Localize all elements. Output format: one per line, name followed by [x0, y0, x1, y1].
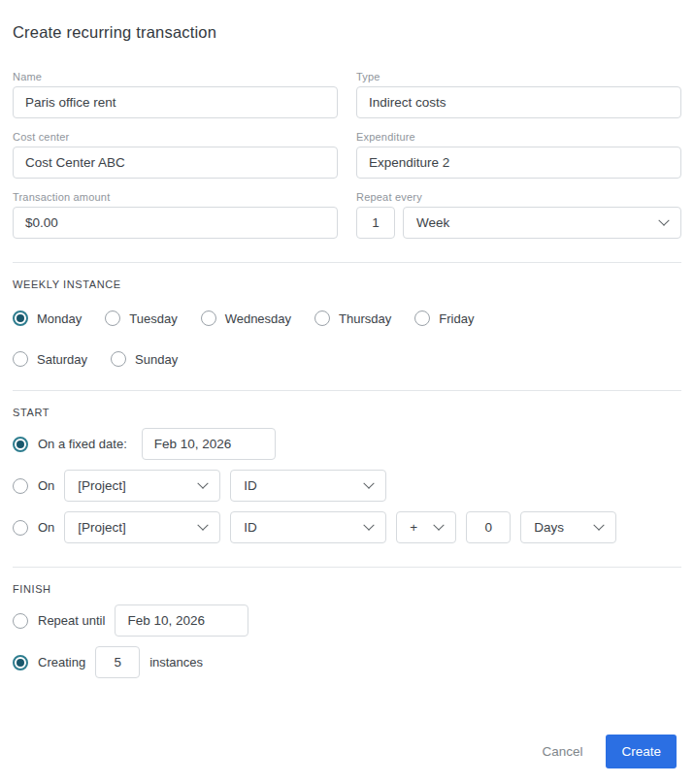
radio-monday[interactable]: [13, 310, 28, 326]
weekly-instance-heading: WEEKLY INSTANCE: [13, 278, 681, 290]
field-select-value: ID: [244, 520, 257, 535]
name-label: Name: [13, 71, 338, 82]
fixed-date-label: On a fixed date:: [38, 437, 127, 451]
day-label: Thursday: [339, 311, 391, 326]
start-fixed-date-row: On a fixed date:: [13, 428, 681, 460]
day-option-saturday[interactable]: Saturday: [13, 351, 87, 367]
repeat-until-label: Repeat until: [38, 613, 105, 628]
day-option-tuesday[interactable]: Tuesday: [105, 310, 177, 326]
day-label: Tuesday: [129, 311, 177, 326]
days-row-1: Monday Tuesday Wednesday Thursday Friday: [13, 310, 681, 326]
transaction-amount-label: Transaction amount: [13, 191, 338, 203]
type-input[interactable]: [356, 86, 681, 118]
start-fixed-date-input[interactable]: [142, 428, 276, 460]
form-grid: Name Type Cost center Expenditure Transa…: [13, 71, 681, 239]
day-label: Sunday: [135, 352, 178, 367]
repeat-until-date-input[interactable]: [115, 604, 248, 637]
chevron-down-icon: [434, 519, 445, 530]
day-label: Friday: [439, 311, 474, 326]
transaction-amount-field-group: Transaction amount: [13, 191, 338, 239]
dialog-footer: Cancel Create: [542, 735, 677, 768]
cancel-button[interactable]: Cancel: [542, 744, 582, 759]
radio-friday[interactable]: [414, 310, 430, 326]
start-on-2-field-select[interactable]: ID: [230, 511, 386, 543]
page-title: Create recurring transaction: [13, 23, 681, 42]
start-on-row-2: On [Project] ID + Days: [13, 511, 681, 543]
type-field-group: Type: [356, 71, 681, 118]
day-label: Saturday: [37, 352, 87, 367]
chevron-down-icon: [364, 477, 375, 488]
start-on-2-unit-select[interactable]: Days: [520, 511, 616, 543]
repeat-every-unit-value: Week: [416, 215, 449, 230]
chevron-down-icon: [198, 519, 209, 530]
operator-select-value: +: [410, 520, 417, 535]
finish-creating-row: Creating instances: [13, 646, 681, 678]
creating-count-input[interactable]: [95, 646, 140, 678]
expenditure-label: Expenditure: [356, 131, 681, 143]
name-input[interactable]: [13, 86, 338, 118]
cost-center-input[interactable]: [13, 147, 338, 179]
radio-fixed-date[interactable]: [13, 437, 28, 452]
chevron-down-icon: [594, 519, 605, 530]
repeat-every-unit-select[interactable]: Week: [403, 207, 681, 239]
start-on-2-project-select[interactable]: [Project]: [64, 511, 220, 543]
create-recurring-transaction-dialog: Create recurring transaction Name Type C…: [0, 0, 694, 678]
start-on-2-offset-input[interactable]: [466, 511, 511, 543]
name-field-group: Name: [13, 71, 338, 118]
day-option-friday[interactable]: Friday: [414, 310, 474, 326]
create-button[interactable]: Create: [606, 735, 677, 768]
start-heading: START: [13, 407, 681, 418]
repeat-every-field-group: Repeat every Week: [356, 191, 681, 239]
start-on-1-project-select[interactable]: [Project]: [64, 470, 220, 502]
on-label: On: [38, 520, 54, 535]
type-label: Type: [356, 71, 681, 82]
radio-start-on-1[interactable]: [13, 478, 28, 494]
project-select-value: [Project]: [78, 478, 126, 493]
repeat-every-count-input[interactable]: [356, 207, 395, 239]
radio-tuesday[interactable]: [105, 310, 120, 326]
radio-wednesday[interactable]: [201, 310, 216, 326]
divider: [13, 262, 681, 263]
divider: [13, 390, 681, 391]
repeat-every-label: Repeat every: [356, 191, 681, 203]
creating-label: Creating: [38, 655, 85, 670]
day-label: Wednesday: [225, 311, 291, 326]
finish-repeat-until-row: Repeat until: [13, 604, 681, 637]
finish-heading: FINISH: [13, 583, 681, 595]
radio-start-on-2[interactable]: [13, 520, 28, 536]
on-label: On: [38, 478, 54, 493]
day-option-monday[interactable]: Monday: [13, 310, 82, 326]
day-option-sunday[interactable]: Sunday: [111, 351, 178, 367]
expenditure-field-group: Expenditure: [356, 131, 681, 179]
cost-center-label: Cost center: [13, 131, 338, 143]
field-select-value: ID: [244, 478, 257, 493]
chevron-down-icon: [198, 477, 209, 488]
divider: [13, 567, 681, 568]
radio-creating[interactable]: [13, 655, 28, 670]
transaction-amount-input[interactable]: [13, 207, 338, 239]
expenditure-input[interactable]: [356, 147, 681, 179]
day-label: Monday: [37, 311, 82, 326]
instances-suffix: instances: [149, 655, 203, 670]
chevron-down-icon: [658, 214, 669, 225]
cost-center-field-group: Cost center: [13, 131, 338, 179]
chevron-down-icon: [364, 519, 375, 530]
start-on-2-operator-select[interactable]: +: [396, 511, 456, 543]
radio-saturday[interactable]: [13, 351, 28, 367]
days-row-2: Saturday Sunday: [13, 351, 681, 367]
start-section: START On a fixed date: On [Project] ID O…: [13, 407, 681, 543]
start-on-row-1: On [Project] ID: [13, 470, 681, 502]
weekly-instance-section: WEEKLY INSTANCE Monday Tuesday Wednesday…: [13, 278, 681, 367]
day-option-thursday[interactable]: Thursday: [314, 310, 391, 326]
radio-thursday[interactable]: [314, 310, 330, 326]
radio-sunday[interactable]: [111, 351, 126, 367]
finish-section: FINISH Repeat until Creating instances: [13, 583, 681, 678]
unit-select-value: Days: [534, 520, 564, 535]
radio-repeat-until[interactable]: [13, 613, 28, 629]
start-on-1-field-select[interactable]: ID: [230, 470, 386, 502]
project-select-value: [Project]: [78, 520, 126, 535]
day-option-wednesday[interactable]: Wednesday: [201, 310, 291, 326]
